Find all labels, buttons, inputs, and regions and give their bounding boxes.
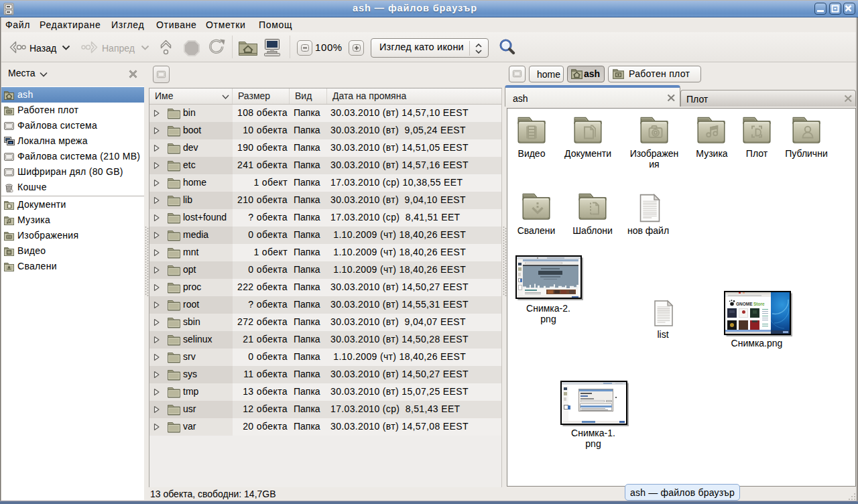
svg-text:Store: Store [753, 302, 765, 306]
svg-text:GNOME: GNOME [736, 302, 753, 306]
